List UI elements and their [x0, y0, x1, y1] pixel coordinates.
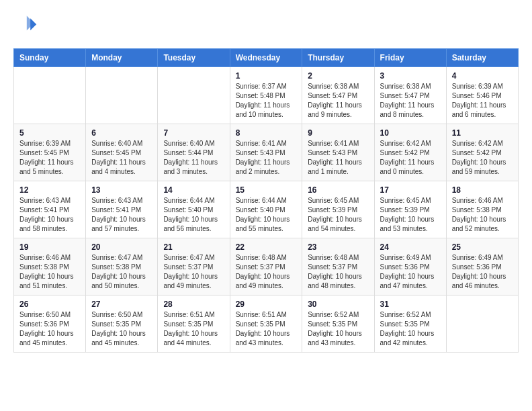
day-number: 28: [163, 300, 224, 309]
calendar-cell: 9Sunrise: 6:41 AM Sunset: 5:43 PM Daylig…: [302, 124, 374, 181]
day-number: 25: [452, 242, 513, 252]
calendar-cell: 28Sunrise: 6:51 AM Sunset: 5:35 PM Dayli…: [158, 295, 230, 353]
calendar-header-row: SundayMondayTuesdayWednesdayThursdayFrid…: [14, 49, 519, 67]
day-number: 27: [91, 300, 152, 309]
day-number: 12: [19, 185, 80, 195]
day-info: Sunrise: 6:51 AM Sunset: 5:35 PM Dayligh…: [236, 310, 297, 348]
day-info: Sunrise: 6:46 AM Sunset: 5:38 PM Dayligh…: [19, 253, 80, 291]
day-info: Sunrise: 6:39 AM Sunset: 5:46 PM Dayligh…: [452, 82, 513, 120]
day-info: Sunrise: 6:46 AM Sunset: 5:38 PM Dayligh…: [452, 196, 513, 234]
calendar-cell: 18Sunrise: 6:46 AM Sunset: 5:38 PM Dayli…: [446, 181, 518, 238]
calendar-cell: 6Sunrise: 6:40 AM Sunset: 5:45 PM Daylig…: [86, 124, 158, 181]
day-number: 10: [380, 128, 441, 138]
calendar-day-header: Saturday: [446, 49, 518, 67]
day-number: 4: [452, 71, 513, 81]
day-number: 31: [380, 300, 441, 309]
calendar-cell: 24Sunrise: 6:49 AM Sunset: 5:36 PM Dayli…: [374, 238, 446, 295]
day-number: 3: [380, 71, 441, 81]
calendar-cell: 10Sunrise: 6:42 AM Sunset: 5:42 PM Dayli…: [374, 124, 446, 181]
day-info: Sunrise: 6:42 AM Sunset: 5:42 PM Dayligh…: [452, 139, 513, 177]
calendar-cell: 8Sunrise: 6:41 AM Sunset: 5:43 PM Daylig…: [230, 124, 302, 181]
calendar-cell: [446, 295, 518, 353]
calendar-cell: [14, 67, 86, 124]
day-number: 21: [163, 242, 224, 252]
day-number: 15: [236, 185, 297, 195]
calendar-day-header: Monday: [86, 49, 158, 67]
day-number: 23: [308, 242, 368, 252]
day-info: Sunrise: 6:51 AM Sunset: 5:35 PM Dayligh…: [163, 310, 224, 348]
calendar-cell: 12Sunrise: 6:43 AM Sunset: 5:41 PM Dayli…: [14, 181, 86, 238]
calendar-week-row: 1Sunrise: 6:37 AM Sunset: 5:48 PM Daylig…: [14, 67, 519, 124]
day-info: Sunrise: 6:44 AM Sunset: 5:40 PM Dayligh…: [236, 196, 297, 234]
logo: [13, 13, 40, 38]
calendar-day-header: Tuesday: [158, 49, 230, 67]
day-info: Sunrise: 6:45 AM Sunset: 5:39 PM Dayligh…: [380, 196, 441, 234]
calendar-day-header: Thursday: [302, 49, 374, 67]
calendar-cell: 2Sunrise: 6:38 AM Sunset: 5:47 PM Daylig…: [302, 67, 374, 124]
calendar-cell: 30Sunrise: 6:52 AM Sunset: 5:35 PM Dayli…: [302, 295, 374, 353]
calendar-cell: 4Sunrise: 6:39 AM Sunset: 5:46 PM Daylig…: [446, 67, 518, 124]
day-number: 13: [91, 185, 152, 195]
day-number: 22: [236, 242, 297, 252]
calendar-week-row: 5Sunrise: 6:39 AM Sunset: 5:45 PM Daylig…: [14, 124, 519, 181]
calendar-cell: 5Sunrise: 6:39 AM Sunset: 5:45 PM Daylig…: [14, 124, 86, 181]
day-number: 7: [163, 128, 224, 138]
day-number: 30: [308, 300, 368, 309]
day-info: Sunrise: 6:50 AM Sunset: 5:35 PM Dayligh…: [91, 310, 152, 348]
day-info: Sunrise: 6:43 AM Sunset: 5:41 PM Dayligh…: [19, 196, 80, 234]
day-info: Sunrise: 6:37 AM Sunset: 5:48 PM Dayligh…: [236, 82, 297, 120]
calendar-cell: 15Sunrise: 6:44 AM Sunset: 5:40 PM Dayli…: [230, 181, 302, 238]
day-number: 2: [308, 71, 368, 81]
calendar-table: SundayMondayTuesdayWednesdayThursdayFrid…: [13, 48, 519, 353]
day-info: Sunrise: 6:52 AM Sunset: 5:35 PM Dayligh…: [380, 310, 441, 348]
calendar-cell: 22Sunrise: 6:48 AM Sunset: 5:37 PM Dayli…: [230, 238, 302, 295]
calendar-cell: 3Sunrise: 6:38 AM Sunset: 5:47 PM Daylig…: [374, 67, 446, 124]
day-info: Sunrise: 6:44 AM Sunset: 5:40 PM Dayligh…: [163, 196, 224, 234]
day-number: 1: [236, 71, 297, 81]
calendar-week-row: 12Sunrise: 6:43 AM Sunset: 5:41 PM Dayli…: [14, 181, 519, 238]
page-header: [13, 13, 519, 38]
calendar-cell: 31Sunrise: 6:52 AM Sunset: 5:35 PM Dayli…: [374, 295, 446, 353]
calendar-cell: 13Sunrise: 6:43 AM Sunset: 5:41 PM Dayli…: [86, 181, 158, 238]
calendar-cell: 11Sunrise: 6:42 AM Sunset: 5:42 PM Dayli…: [446, 124, 518, 181]
day-info: Sunrise: 6:48 AM Sunset: 5:37 PM Dayligh…: [236, 253, 297, 291]
calendar-cell: 21Sunrise: 6:47 AM Sunset: 5:37 PM Dayli…: [158, 238, 230, 295]
calendar-cell: 20Sunrise: 6:47 AM Sunset: 5:38 PM Dayli…: [86, 238, 158, 295]
calendar-cell: 17Sunrise: 6:45 AM Sunset: 5:39 PM Dayli…: [374, 181, 446, 238]
day-info: Sunrise: 6:40 AM Sunset: 5:45 PM Dayligh…: [91, 139, 152, 177]
day-number: 5: [19, 128, 80, 138]
day-number: 26: [19, 300, 80, 309]
day-info: Sunrise: 6:50 AM Sunset: 5:36 PM Dayligh…: [19, 310, 80, 348]
day-info: Sunrise: 6:49 AM Sunset: 5:36 PM Dayligh…: [452, 253, 513, 291]
svg-marker-1: [27, 16, 34, 31]
calendar-day-header: Friday: [374, 49, 446, 67]
calendar-cell: 23Sunrise: 6:48 AM Sunset: 5:37 PM Dayli…: [302, 238, 374, 295]
day-number: 6: [91, 128, 152, 138]
calendar-day-header: Wednesday: [230, 49, 302, 67]
calendar-cell: 16Sunrise: 6:45 AM Sunset: 5:39 PM Dayli…: [302, 181, 374, 238]
day-info: Sunrise: 6:45 AM Sunset: 5:39 PM Dayligh…: [308, 196, 368, 234]
calendar-cell: [158, 67, 230, 124]
day-number: 20: [91, 242, 152, 252]
calendar-cell: 1Sunrise: 6:37 AM Sunset: 5:48 PM Daylig…: [230, 67, 302, 124]
calendar-cell: 14Sunrise: 6:44 AM Sunset: 5:40 PM Dayli…: [158, 181, 230, 238]
day-info: Sunrise: 6:52 AM Sunset: 5:35 PM Dayligh…: [308, 310, 368, 348]
day-number: 24: [380, 242, 441, 252]
calendar-week-row: 26Sunrise: 6:50 AM Sunset: 5:36 PM Dayli…: [14, 295, 519, 353]
logo-icon: [13, 13, 38, 38]
day-info: Sunrise: 6:38 AM Sunset: 5:47 PM Dayligh…: [380, 82, 441, 120]
day-number: 9: [308, 128, 368, 138]
calendar-cell: 26Sunrise: 6:50 AM Sunset: 5:36 PM Dayli…: [14, 295, 86, 353]
calendar-cell: 25Sunrise: 6:49 AM Sunset: 5:36 PM Dayli…: [446, 238, 518, 295]
day-info: Sunrise: 6:41 AM Sunset: 5:43 PM Dayligh…: [236, 139, 297, 177]
day-number: 16: [308, 185, 368, 195]
day-info: Sunrise: 6:43 AM Sunset: 5:41 PM Dayligh…: [91, 196, 152, 234]
day-number: 11: [452, 128, 513, 138]
day-number: 29: [236, 300, 297, 309]
day-info: Sunrise: 6:49 AM Sunset: 5:36 PM Dayligh…: [380, 253, 441, 291]
day-number: 17: [380, 185, 441, 195]
day-info: Sunrise: 6:39 AM Sunset: 5:45 PM Dayligh…: [19, 139, 80, 177]
day-info: Sunrise: 6:47 AM Sunset: 5:37 PM Dayligh…: [163, 253, 224, 291]
calendar-day-header: Sunday: [14, 49, 86, 67]
day-info: Sunrise: 6:48 AM Sunset: 5:37 PM Dayligh…: [308, 253, 368, 291]
